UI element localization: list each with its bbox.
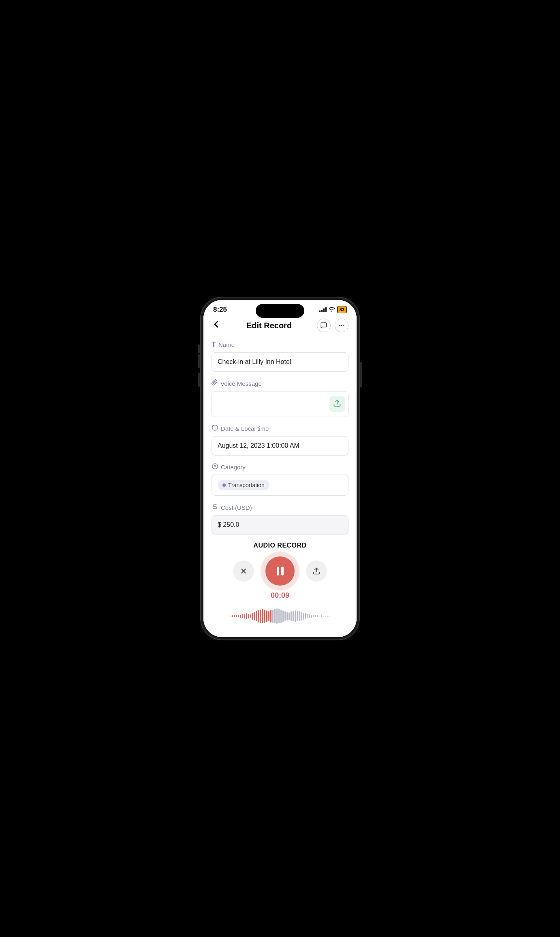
audio-timer: 00:09 <box>271 591 289 600</box>
target-icon <box>212 463 218 471</box>
name-section: T Name <box>212 340 348 372</box>
share-recording-button[interactable] <box>306 560 327 582</box>
category-field[interactable]: Transportation <box>212 475 348 496</box>
voice-message-section: Voice Message <box>212 379 348 417</box>
ellipsis-icon <box>338 322 345 329</box>
cost-label: Cost (USD) <box>212 503 348 512</box>
chat-button[interactable] <box>317 319 331 332</box>
category-label-text: Category <box>221 464 246 471</box>
clock-icon <box>212 424 218 433</box>
dynamic-island <box>256 304 304 318</box>
cost-input[interactable] <box>212 515 348 535</box>
upload-icon <box>333 399 341 409</box>
dollar-icon <box>212 503 218 512</box>
nav-actions <box>317 319 348 332</box>
category-tag: Transportation <box>218 480 269 490</box>
nav-bar: Edit Record <box>203 317 357 337</box>
signal-bars-icon <box>319 307 327 312</box>
svg-point-7 <box>215 466 215 466</box>
category-value: Transportation <box>228 482 265 488</box>
close-icon <box>239 567 248 575</box>
datetime-label-text: Date & Local time <box>221 425 269 432</box>
cancel-recording-button[interactable] <box>233 560 254 582</box>
datetime-input[interactable] <box>212 436 348 456</box>
voice-label-text: Voice Message <box>220 380 262 387</box>
chat-icon <box>320 322 327 329</box>
voice-field <box>212 391 348 417</box>
category-section: Category Transportation <box>212 463 348 496</box>
category-label: Category <box>212 463 348 471</box>
paperclip-icon <box>212 379 218 388</box>
audio-title: AUDIO RECORD <box>253 542 306 549</box>
datetime-section: Date & Local time <box>212 424 348 456</box>
audio-controls <box>233 556 327 586</box>
name-label-text: Name <box>218 341 235 348</box>
voice-label: Voice Message <box>212 379 348 388</box>
page-title: Edit Record <box>246 321 292 330</box>
back-button[interactable] <box>212 319 221 332</box>
more-button[interactable] <box>335 319 348 332</box>
svg-point-2 <box>343 325 344 326</box>
name-input[interactable] <box>212 352 348 372</box>
text-icon: T <box>212 340 216 349</box>
battery-indicator: 83 <box>337 306 347 313</box>
category-dot-icon <box>222 483 226 487</box>
waveform-display <box>212 605 348 627</box>
datetime-label: Date & Local time <box>212 424 348 433</box>
audio-record-section: AUDIO RECORD <box>203 535 357 637</box>
status-time: 8:25 <box>213 306 227 314</box>
svg-point-1 <box>341 325 342 326</box>
pause-icon <box>277 567 284 575</box>
name-label: T Name <box>212 340 348 349</box>
svg-point-0 <box>339 325 340 326</box>
upload-button[interactable] <box>329 396 345 412</box>
scroll-content: T Name Voice Message <box>203 337 357 535</box>
wifi-icon <box>329 307 335 313</box>
pause-recording-button[interactable] <box>265 556 295 586</box>
share-icon <box>312 567 321 575</box>
cost-label-text: Cost (USD) <box>221 504 252 511</box>
cost-section: Cost (USD) <box>212 503 348 535</box>
status-icons: 83 <box>319 306 347 313</box>
status-bar: 8:25 83 <box>203 300 357 317</box>
